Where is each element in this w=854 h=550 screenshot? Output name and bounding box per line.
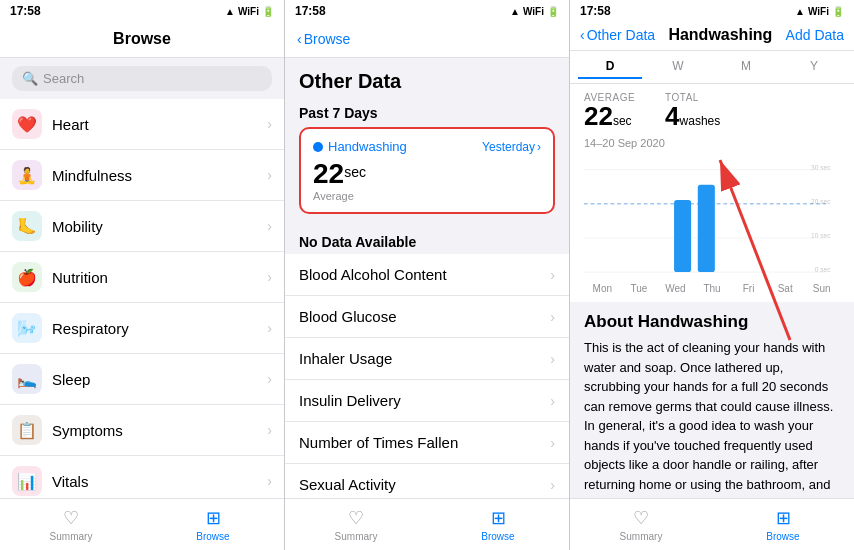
total-unit: washes bbox=[680, 114, 721, 128]
back-btn-p3[interactable]: ‹ Other Data bbox=[580, 27, 655, 43]
chart-svg: 30 sec 20 sec 10 sec 0 sec bbox=[584, 159, 840, 279]
browse-tab-icon: ⊞ bbox=[206, 507, 221, 529]
about-section: About Handwashing This is the act of cle… bbox=[570, 302, 854, 524]
list-item-symptoms[interactable]: 📋 Symptoms › bbox=[0, 405, 284, 456]
handwashing-card[interactable]: Handwashing Yesterday › 22sec Average bbox=[299, 127, 555, 214]
wifi-icon: WiFi bbox=[808, 6, 829, 17]
chevron-icon: › bbox=[267, 167, 272, 183]
tab-browse-p1[interactable]: ⊞ Browse bbox=[142, 499, 284, 550]
svg-rect-8 bbox=[674, 200, 691, 272]
list-item-nutrition[interactable]: 🍎 Nutrition › bbox=[0, 252, 284, 303]
time-p3: 17:58 bbox=[580, 4, 611, 18]
signal-icon: ▲ bbox=[510, 6, 520, 17]
day-tue: Tue bbox=[621, 283, 658, 294]
status-icons-p1: ▲ WiFi 🔋 bbox=[225, 6, 274, 17]
signal-icon: ▲ bbox=[225, 6, 235, 17]
about-title: About Handwashing bbox=[584, 312, 840, 332]
inhaler-label: Inhaler Usage bbox=[299, 350, 550, 367]
back-btn-p2[interactable]: ‹ Browse bbox=[297, 31, 350, 47]
tab-summary-p3[interactable]: ♡ Summary bbox=[570, 499, 712, 550]
list-blood-alcohol[interactable]: Blood Alcohol Content › bbox=[285, 254, 569, 296]
list-insulin-delivery[interactable]: Insulin Delivery › bbox=[285, 380, 569, 422]
hw-dot-icon bbox=[313, 142, 323, 152]
mobility-icon: 🦶 bbox=[12, 211, 42, 241]
tab-browse-p3[interactable]: ⊞ Browse bbox=[712, 499, 854, 550]
chevron-icon: › bbox=[267, 218, 272, 234]
hw-yesterday-text: Yesterday bbox=[482, 140, 535, 154]
total-value-wrap: 4washes bbox=[665, 103, 720, 129]
list-item-heart[interactable]: ❤️ Heart › bbox=[0, 99, 284, 150]
list-number-fallen[interactable]: Number of Times Fallen › bbox=[285, 422, 569, 464]
heart-label: Heart bbox=[52, 116, 267, 133]
list-inhaler-usage[interactable]: Inhaler Usage › bbox=[285, 338, 569, 380]
summary-icon-p2: ♡ bbox=[348, 507, 364, 529]
time-p2: 17:58 bbox=[295, 4, 326, 18]
nav-header-p1: Browse bbox=[0, 22, 284, 58]
list-item-sleep[interactable]: 🛌 Sleep › bbox=[0, 354, 284, 405]
chevron-icon: › bbox=[267, 269, 272, 285]
other-data-content: Other Data Past 7 Days Handwashing Yeste… bbox=[285, 58, 569, 550]
day-wed: Wed bbox=[657, 283, 694, 294]
day-mon: Mon bbox=[584, 283, 621, 294]
avg-stat: AVERAGE 22sec bbox=[584, 92, 635, 129]
chevron-icon: › bbox=[267, 116, 272, 132]
browse-icon-p2: ⊞ bbox=[491, 507, 506, 529]
browse-icon-p3: ⊞ bbox=[776, 507, 791, 529]
handwashing-panel: 17:58 ▲ WiFi 🔋 ‹ Other Data Handwashing … bbox=[570, 0, 854, 550]
tab-y[interactable]: Y bbox=[782, 55, 846, 79]
blood-alcohol-label: Blood Alcohol Content bbox=[299, 266, 550, 283]
day-thu: Thu bbox=[694, 283, 731, 294]
hw-unit: sec bbox=[344, 164, 366, 180]
tab-bar-p2: ♡ Summary ⊞ Browse bbox=[285, 498, 569, 550]
search-bar: 🔍 Search bbox=[0, 58, 284, 99]
chevron-icon: › bbox=[550, 435, 555, 451]
chevron-icon: › bbox=[550, 267, 555, 283]
blood-glucose-label: Blood Glucose bbox=[299, 308, 550, 325]
browse-label-p2: Browse bbox=[481, 531, 514, 542]
sexual-label: Sexual Activity bbox=[299, 476, 550, 493]
hw-value: 22 bbox=[313, 158, 344, 189]
chevron-icon: › bbox=[267, 473, 272, 489]
about-text: This is the act of cleaning your hands w… bbox=[584, 338, 840, 514]
total-value: 4 bbox=[665, 101, 679, 131]
tab-w[interactable]: W bbox=[646, 55, 710, 79]
mindfulness-label: Mindfulness bbox=[52, 167, 267, 184]
summary-tab-icon: ♡ bbox=[63, 507, 79, 529]
vitals-icon: 📊 bbox=[12, 466, 42, 496]
mindfulness-icon: 🧘 bbox=[12, 160, 42, 190]
tab-m[interactable]: M bbox=[714, 55, 778, 79]
browse-label-p3: Browse bbox=[766, 531, 799, 542]
status-bar-p1: 17:58 ▲ WiFi 🔋 bbox=[0, 0, 284, 22]
add-data-btn[interactable]: Add Data bbox=[786, 27, 844, 43]
list-item-mobility[interactable]: 🦶 Mobility › bbox=[0, 201, 284, 252]
chevron-icon: › bbox=[267, 371, 272, 387]
tab-d[interactable]: D bbox=[578, 55, 642, 79]
list-item-mindfulness[interactable]: 🧘 Mindfulness › bbox=[0, 150, 284, 201]
back-chevron-icon-p3: ‹ bbox=[580, 27, 585, 43]
wifi-icon: WiFi bbox=[523, 6, 544, 17]
hw-chevron: › bbox=[537, 140, 541, 154]
total-stat: TOTAL 4washes bbox=[665, 92, 720, 129]
date-range: 14–20 Sep 2020 bbox=[570, 137, 854, 153]
search-placeholder: Search bbox=[43, 71, 84, 86]
status-bar-p3: 17:58 ▲ WiFi 🔋 bbox=[570, 0, 854, 22]
hw-title: Handwashing bbox=[313, 139, 407, 154]
tab-browse-p2[interactable]: ⊞ Browse bbox=[427, 499, 569, 550]
battery-icon: 🔋 bbox=[832, 6, 844, 17]
battery-icon: 🔋 bbox=[262, 6, 274, 17]
list-item-respiratory[interactable]: 🌬️ Respiratory › bbox=[0, 303, 284, 354]
search-wrap[interactable]: 🔍 Search bbox=[12, 66, 272, 91]
time-p1: 17:58 bbox=[10, 4, 41, 18]
search-icon: 🔍 bbox=[22, 71, 38, 86]
tab-summary-p1[interactable]: ♡ Summary bbox=[0, 499, 142, 550]
chevron-icon: › bbox=[550, 393, 555, 409]
tab-summary-p2[interactable]: ♡ Summary bbox=[285, 499, 427, 550]
other-data-title: Other Data bbox=[285, 58, 569, 99]
handwashing-content: D W M Y AVERAGE 22sec TOTAL 4washes bbox=[570, 51, 854, 550]
chevron-icon: › bbox=[550, 309, 555, 325]
avg-value: 22 bbox=[584, 101, 613, 131]
list-blood-glucose[interactable]: Blood Glucose › bbox=[285, 296, 569, 338]
sleep-label: Sleep bbox=[52, 371, 267, 388]
no-data-label: No Data Available bbox=[285, 226, 569, 254]
hw-title-text: Handwashing bbox=[328, 139, 407, 154]
